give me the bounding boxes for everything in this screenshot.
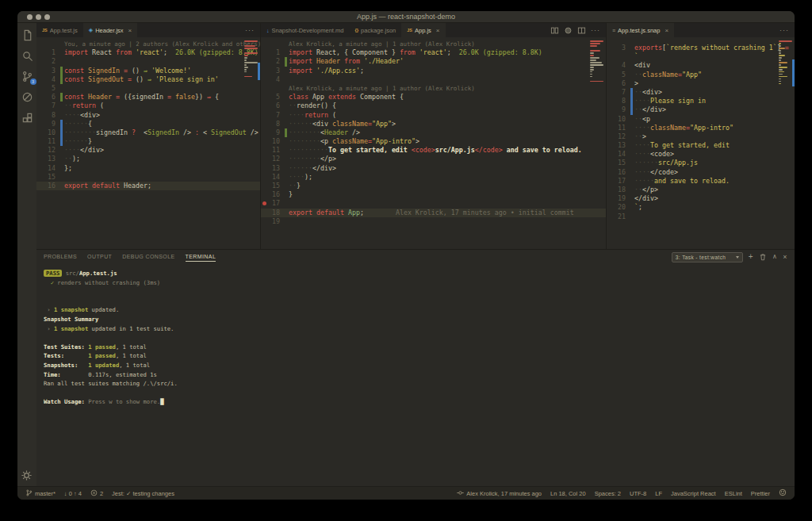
status-item-alex-krolick-17-minutes-ago[interactable]: Alex Krolick, 17 minutes ago (457, 489, 542, 498)
react-file-icon: ◈ (89, 27, 93, 33)
more-actions[interactable]: ··· (245, 27, 255, 34)
split-editor-icon[interactable] (577, 26, 586, 35)
git-gutter-mark (60, 137, 63, 146)
panel-tab-debug-console[interactable]: DEBUG CONSOLE (122, 252, 174, 262)
blame-toggle-icon[interactable] (564, 26, 573, 35)
tab-header-jsx[interactable]: ◈Header.jsx× (83, 23, 138, 37)
code-line: 9··</div> (607, 105, 795, 114)
status-item-2[interactable]: 2 (90, 489, 103, 498)
code-line: 5··className="App" (607, 71, 795, 79)
code-line: 6··render() { (261, 102, 606, 110)
status-item-smiley-icon[interactable] (779, 488, 787, 498)
close-icon[interactable]: × (436, 27, 440, 34)
git-gutter-mark (60, 75, 63, 84)
trash-icon[interactable] (759, 253, 767, 261)
code-line: 8····Please sign in (607, 97, 795, 105)
close-window-button[interactable] (27, 14, 33, 20)
terminal-select[interactable]: 3: Task - test:watch (672, 252, 743, 262)
line-number: 14 (36, 164, 64, 173)
js-file-icon: JS (42, 28, 48, 33)
terminal-line: Watch Usage: Press w to show more.█ (44, 397, 791, 407)
terminal-line: Snapshots: 1 updated, 1 total (44, 361, 791, 370)
more-actions[interactable]: ··· (779, 27, 789, 34)
tab-app-js[interactable]: JSApp.js× (401, 23, 445, 37)
close-icon[interactable]: × (665, 27, 668, 34)
chevron-up-icon[interactable]: ∧ (772, 253, 777, 261)
extensions-icon[interactable] (21, 112, 33, 124)
code-text: ······} (64, 137, 92, 146)
line-number: 10 (607, 115, 634, 124)
diff-icon[interactable] (550, 26, 559, 35)
minimap[interactable] (590, 40, 604, 84)
plus-icon[interactable]: + (749, 253, 753, 261)
more-actions[interactable]: ··· (591, 27, 600, 34)
git-gutter-mark (60, 120, 63, 128)
status-item-spaces-2[interactable]: Spaces: 2 (595, 490, 621, 497)
code-text: } (289, 190, 293, 199)
code-text: ····</div> (64, 146, 104, 155)
code-line: ` (607, 52, 795, 61)
status-item-ln-18-col-20[interactable]: Ln 18, Col 20 (550, 490, 586, 497)
terminal-select-value: 3: Task - test:watch (676, 255, 726, 260)
tab-app-test-js-snap[interactable]: ≡App.test.js.snap× (607, 23, 674, 37)
code-text: ········signedIn ? <SignedIn /> : < Sign… (64, 128, 259, 137)
status-item-eslint[interactable]: ESLint (725, 490, 742, 497)
status-item-master[interactable]: master* (25, 489, 56, 498)
code-text: exports[`renders without crashing 1`] = (634, 44, 793, 52)
code-line: 8······<div className="App"> (261, 120, 606, 128)
zoom-window-button[interactable] (44, 14, 50, 20)
workbench: 3 JSApp.test.js◈Header.jsx×···You, a min… (17, 23, 795, 486)
status-left: master*↓ 0 ↑ 42Jest: ✓ testing changes (25, 489, 174, 498)
git-branch-icon (25, 489, 33, 498)
code-line: 17·····and save to reload. (607, 177, 795, 186)
tab-label: Header.jsx (95, 27, 123, 34)
code-line: 12····</div> (36, 146, 260, 155)
line-number: 3 (607, 44, 634, 52)
settings-gear-icon[interactable] (21, 469, 33, 481)
code-text: ··<div> (634, 88, 662, 97)
line-number: 18 (607, 186, 634, 194)
panel-tab-terminal[interactable]: TERMINAL (186, 252, 216, 262)
minimap[interactable] (779, 40, 793, 86)
terminal-output[interactable]: PASS src/App.test.js ✓ renders without c… (44, 269, 791, 485)
debug-icon[interactable] (21, 91, 33, 103)
terminal-line: Tests: 1 passed, 1 total (44, 351, 791, 361)
status-item-prettier[interactable]: Prettier (751, 490, 770, 497)
code-text (634, 213, 638, 221)
editor-header-jsx[interactable]: You, a minute ago | 2 authors (Alex Krol… (36, 37, 260, 249)
tab-package-json[interactable]: {}package.json (349, 23, 401, 37)
close-icon[interactable]: × (128, 27, 132, 34)
code-line: 6> (607, 79, 795, 88)
minimize-window-button[interactable] (36, 14, 41, 20)
line-number: 20 (607, 203, 634, 212)
status-item-jest-testing-changes[interactable]: Jest: ✓ testing changes (112, 490, 174, 497)
panel-tab-output[interactable]: OUTPUT (87, 252, 112, 262)
code-text: ····</code> (634, 168, 678, 177)
search-icon[interactable] (21, 50, 33, 62)
code-text: ······src/App.js (634, 159, 698, 167)
code-line: 14}; (36, 164, 260, 173)
panel-action-icons: +∧× (749, 253, 787, 261)
code-text: ····To get started, edit (634, 141, 733, 150)
code-line: 3import './App.css'; (261, 67, 606, 75)
code-line: 11······} (36, 137, 260, 146)
code-text: export default Header; (64, 182, 151, 190)
panel-tab-problems[interactable]: PROBLEMS (44, 252, 77, 262)
panel-close-icon[interactable]: × (783, 253, 787, 261)
tab-app-test-js[interactable]: JSApp.test.js (36, 23, 83, 37)
status-bar: master*↓ 0 ↑ 42Jest: ✓ testing changes A… (17, 486, 795, 500)
status-item-javascript-react[interactable]: JavaScript React (671, 490, 716, 497)
terminal-line (44, 287, 791, 297)
json-file-icon: {} (354, 28, 358, 33)
code-text (64, 57, 68, 66)
status-item-0-4[interactable]: ↓ 0 ↑ 4 (64, 490, 82, 497)
source-control-icon[interactable]: 3 (21, 71, 33, 82)
status-item-lf[interactable]: LF (655, 490, 662, 497)
code-line: 12··> (607, 132, 795, 141)
explorer-icon[interactable] (21, 29, 33, 41)
tab-snapshot-development-md[interactable]: ↓Snapshot-Development.md (261, 23, 349, 37)
editor-app-js[interactable]: Alex Krolick, a minute ago | 1 author (A… (261, 37, 606, 249)
editor-app-test-js-snap[interactable]: 3exports[`renders without crashing 1`] =… (607, 37, 795, 249)
status-item-utf-8[interactable]: UTF-8 (630, 490, 646, 497)
minimap[interactable] (244, 40, 259, 77)
